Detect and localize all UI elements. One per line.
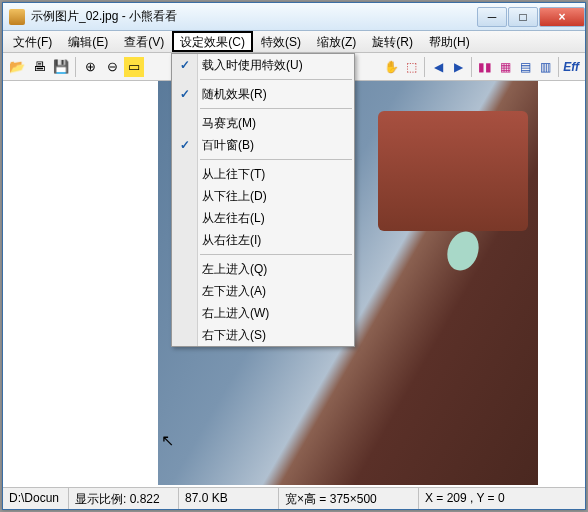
fit-icon[interactable]: ▭: [124, 57, 144, 77]
menu-br-enter[interactable]: 右下进入(S): [172, 324, 354, 346]
status-path: D:\Docun: [3, 488, 69, 509]
close-button[interactable]: ×: [539, 7, 585, 27]
menu-right-left[interactable]: 从右往左(I): [172, 229, 354, 251]
menu-top-down[interactable]: 从上往下(T): [172, 163, 354, 185]
menu-use-on-load[interactable]: ✓载入时使用特效(U): [172, 54, 354, 76]
zoom-in-icon[interactable]: ⊕: [80, 57, 100, 77]
status-zoom: 显示比例: 0.822: [69, 488, 179, 509]
save-icon[interactable]: 💾: [51, 57, 71, 77]
menu-help[interactable]: 帮助(H): [421, 31, 478, 52]
prev-icon[interactable]: ◀: [429, 58, 447, 76]
select-icon[interactable]: ⬚: [402, 58, 420, 76]
menu-mosaic[interactable]: 马赛克(M): [172, 112, 354, 134]
title-bar: 示例图片_02.jpg - 小熊看看 ─ □ ×: [3, 3, 585, 31]
window-title: 示例图片_02.jpg - 小熊看看: [31, 8, 476, 25]
check-icon: ✓: [180, 138, 190, 152]
status-position: X = 209 , Y = 0: [419, 488, 585, 509]
menu-random-effect[interactable]: ✓随机效果(R): [172, 83, 354, 105]
print-icon[interactable]: 🖶: [29, 57, 49, 77]
menu-special[interactable]: 特效(S): [253, 31, 309, 52]
effect-dropdown: ✓载入时使用特效(U) ✓随机效果(R) 马赛克(M) ✓百叶窗(B) 从上往下…: [171, 53, 355, 347]
cursor-icon: ↖: [161, 431, 174, 450]
menu-effect[interactable]: 设定效果(C): [172, 31, 253, 52]
hand-icon[interactable]: ✋: [382, 58, 400, 76]
status-filesize: 87.0 KB: [179, 488, 279, 509]
app-icon: [9, 9, 25, 25]
menu-bar: 文件(F) 编辑(E) 查看(V) 设定效果(C) 特效(S) 缩放(Z) 旋转…: [3, 31, 585, 53]
menu-bl-enter[interactable]: 左下进入(A): [172, 280, 354, 302]
menu-left-right[interactable]: 从左往右(L): [172, 207, 354, 229]
open-icon[interactable]: 📂: [7, 57, 27, 77]
next-icon[interactable]: ▶: [449, 58, 467, 76]
menu-edit[interactable]: 编辑(E): [60, 31, 116, 52]
menu-blinds[interactable]: ✓百叶窗(B): [172, 134, 354, 156]
menu-tl-enter[interactable]: 左上进入(Q): [172, 258, 354, 280]
grid-icon[interactable]: ▦: [496, 58, 514, 76]
menu-rotate[interactable]: 旋转(R): [364, 31, 421, 52]
check-icon: ✓: [180, 58, 190, 72]
menu-tr-enter[interactable]: 右上进入(W): [172, 302, 354, 324]
pattern2-icon[interactable]: ▥: [536, 58, 554, 76]
zoom-out-icon[interactable]: ⊖: [102, 57, 122, 77]
pattern1-icon[interactable]: ▤: [516, 58, 534, 76]
bars-icon[interactable]: ▮▮: [476, 58, 494, 76]
status-bar: D:\Docun 显示比例: 0.822 87.0 KB 宽×高 = 375×5…: [3, 487, 585, 509]
effects-label[interactable]: Eff: [563, 60, 579, 74]
check-icon: ✓: [180, 87, 190, 101]
menu-zoom[interactable]: 缩放(Z): [309, 31, 364, 52]
status-dimensions: 宽×高 = 375×500: [279, 488, 419, 509]
menu-bottom-up[interactable]: 从下往上(D): [172, 185, 354, 207]
menu-view[interactable]: 查看(V): [116, 31, 172, 52]
maximize-button[interactable]: □: [508, 7, 538, 27]
menu-file[interactable]: 文件(F): [5, 31, 60, 52]
minimize-button[interactable]: ─: [477, 7, 507, 27]
